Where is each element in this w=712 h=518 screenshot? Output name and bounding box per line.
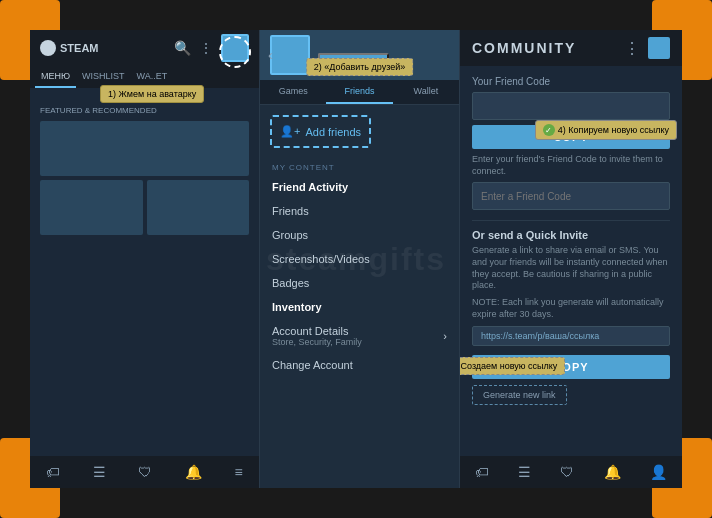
tab-menu[interactable]: МЕНЮ [35, 66, 76, 88]
featured-grid [40, 180, 249, 235]
community-bottom-nav: 🏷 ☰ 🛡 🔔 👤 [460, 456, 682, 488]
annotation-step-2: 2) «Добавить друзей» [306, 58, 414, 76]
add-friends-icon: 👤+ [280, 125, 300, 138]
featured-item-2 [147, 180, 250, 235]
main-container: STEAM 🔍 ⋮ МЕНЮ WISHLIST WA..ET 1) Жмем н… [30, 30, 682, 488]
community-title: COMMUNITY [472, 40, 576, 56]
quick-invite-note: NOTE: Each link you generate will automa… [472, 297, 670, 320]
annotation-step-4: ✓ 4) Копируем новую ссылку [535, 120, 677, 140]
quick-invite-description: Generate a link to share via email or SM… [472, 245, 670, 292]
tab-wallet[interactable]: Wallet [393, 80, 459, 104]
search-icon[interactable]: 🔍 [174, 40, 191, 56]
enter-friend-code-input[interactable] [472, 182, 670, 210]
bottom-bell-icon[interactable]: 🔔 [185, 464, 202, 480]
account-details-label: Account Details [272, 325, 362, 337]
steam-logo: STEAM [40, 40, 99, 56]
generate-link-area: COPY 3) Создаем новую ссылку Generate ne… [472, 350, 670, 405]
friend-code-label: Your Friend Code [472, 76, 670, 87]
bottom-shield-icon[interactable]: 🛡 [138, 464, 152, 480]
account-details-sub: Store, Security, Family [272, 337, 362, 347]
menu-friends[interactable]: Friends [260, 199, 459, 223]
quick-invite-section: Or send a Quick Invite Generate a link t… [472, 220, 670, 404]
community-header: COMMUNITY ⋮ [460, 30, 682, 66]
quick-invite-title: Or send a Quick Invite [472, 229, 670, 241]
bottom-tag-icon[interactable]: 🏷 [46, 464, 60, 480]
comm-tag-icon[interactable]: 🏷 [475, 464, 489, 480]
menu-inventory[interactable]: Inventory [260, 295, 459, 319]
featured-item-1 [40, 180, 143, 235]
comm-list-icon[interactable]: ☰ [518, 464, 531, 480]
annotation-step-1: 1) Жмем на аватарку [100, 85, 204, 103]
menu-friend-activity[interactable]: Friend Activity [260, 175, 459, 199]
menu-badges[interactable]: Badges [260, 271, 459, 295]
profile-popup: ‹ View Profile 2) «Добавить друзей» Game… [260, 30, 460, 488]
profile-tabs: Games Friends Wallet [260, 80, 459, 105]
generate-link-button[interactable]: Generate new link [472, 385, 567, 405]
steam-main-window: STEAM 🔍 ⋮ МЕНЮ WISHLIST WA..ET 1) Жмем н… [30, 30, 260, 488]
friend-code-section: Your Friend Code COPY Enter your friend'… [472, 76, 670, 210]
bottom-list-icon[interactable]: ☰ [93, 464, 106, 480]
featured-label: FEATURED & RECOMMENDED [40, 106, 249, 115]
invite-link-display: https://s.team/p/ваша/ссылка [472, 326, 670, 346]
community-avatar[interactable] [648, 37, 670, 59]
back-button[interactable]: ‹ [268, 47, 273, 63]
featured-item-large [40, 121, 249, 176]
bottom-person-icon[interactable]: ≡ [235, 464, 243, 480]
steam-header: STEAM 🔍 ⋮ [30, 30, 259, 66]
steam-logo-text: STEAM [60, 42, 99, 54]
steam-bottom-nav: 🏷 ☰ 🛡 🔔 ≡ [30, 456, 259, 488]
menu-screenshots-videos[interactable]: Screenshots/Videos [260, 247, 459, 271]
community-more-icon[interactable]: ⋮ [624, 39, 640, 58]
menu-change-account[interactable]: Change Account [260, 353, 459, 377]
community-panel: COMMUNITY ⋮ Your Friend Code COPY Enter … [460, 30, 682, 488]
my-content-label: MY CONTENT [260, 158, 459, 175]
profile-avatar [270, 35, 310, 75]
friend-code-input[interactable] [472, 92, 670, 120]
more-icon[interactable]: ⋮ [199, 40, 213, 56]
tab-games[interactable]: Games [260, 80, 326, 104]
steam-logo-icon [40, 40, 56, 56]
menu-groups[interactable]: Groups [260, 223, 459, 247]
menu-account-details[interactable]: Account Details Store, Security, Family … [260, 319, 459, 353]
community-content: Your Friend Code COPY Enter your friend'… [460, 66, 682, 415]
add-friends-label: Add friends [305, 126, 361, 138]
add-friends-button[interactable]: 👤+ Add friends [270, 115, 371, 148]
comm-person-icon[interactable]: 👤 [650, 464, 667, 480]
tab-friends[interactable]: Friends [326, 80, 392, 104]
comm-shield-icon[interactable]: 🛡 [560, 464, 574, 480]
check-icon: ✓ [543, 124, 555, 136]
friend-code-description: Enter your friend's Friend Code to invit… [472, 154, 670, 177]
annotation-step-3: 3) Создаем новую ссылку [460, 357, 565, 375]
comm-bell-icon[interactable]: 🔔 [604, 464, 621, 480]
left-content: FEATURED & RECOMMENDED [30, 88, 259, 245]
avatar-highlight-circle [219, 36, 251, 68]
arrow-right-icon: › [443, 330, 447, 342]
